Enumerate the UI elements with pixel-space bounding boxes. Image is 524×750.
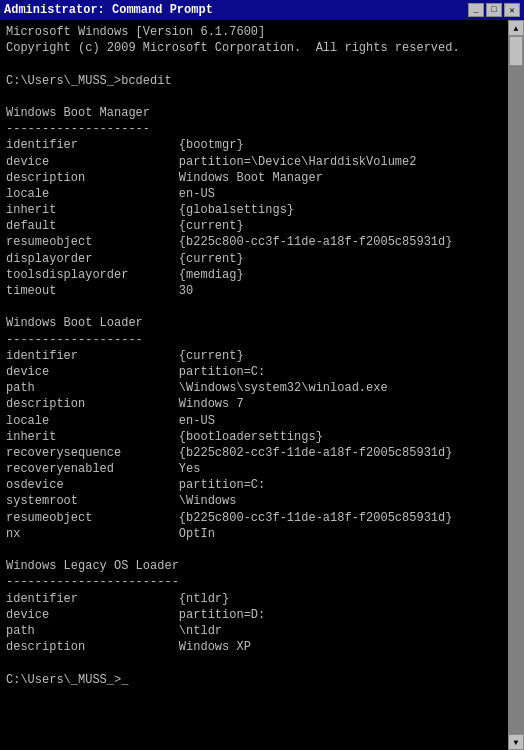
terminal-line: identifier {bootmgr} bbox=[6, 137, 518, 153]
window-title: Administrator: Command Prompt bbox=[4, 3, 213, 17]
terminal-line: toolsdisplayorder {memdiag} bbox=[6, 267, 518, 283]
terminal-line: locale en-US bbox=[6, 413, 518, 429]
terminal-line: device partition=\Device\HarddiskVolume2 bbox=[6, 154, 518, 170]
scrollbar-track[interactable] bbox=[508, 36, 524, 734]
terminal-line: description Windows XP bbox=[6, 639, 518, 655]
terminal-line: Microsoft Windows [Version 6.1.7600] bbox=[6, 24, 518, 40]
terminal-line: resumeobject {b225c800-cc3f-11de-a18f-f2… bbox=[6, 510, 518, 526]
terminal-line: locale en-US bbox=[6, 186, 518, 202]
terminal-line bbox=[6, 89, 518, 105]
terminal-line: identifier {current} bbox=[6, 348, 518, 364]
window-container: Administrator: Command Prompt _ □ ✕ Micr… bbox=[0, 0, 524, 750]
terminal-line: identifier {ntldr} bbox=[6, 591, 518, 607]
terminal-line bbox=[6, 542, 518, 558]
terminal-line: Windows Boot Loader bbox=[6, 315, 518, 331]
terminal-line: default {current} bbox=[6, 218, 518, 234]
terminal-line: recoveryenabled Yes bbox=[6, 461, 518, 477]
terminal-line: inherit {globalsettings} bbox=[6, 202, 518, 218]
scrollbar[interactable]: ▲ ▼ bbox=[508, 20, 524, 750]
title-bar: Administrator: Command Prompt _ □ ✕ bbox=[0, 0, 524, 20]
scroll-down-button[interactable]: ▼ bbox=[508, 734, 524, 750]
terminal-line: description Windows Boot Manager bbox=[6, 170, 518, 186]
scrollbar-thumb[interactable] bbox=[509, 36, 523, 66]
terminal-output: Microsoft Windows [Version 6.1.7600]Copy… bbox=[0, 20, 524, 750]
terminal-line: device partition=D: bbox=[6, 607, 518, 623]
terminal-line: timeout 30 bbox=[6, 283, 518, 299]
terminal-line: Windows Legacy OS Loader bbox=[6, 558, 518, 574]
minimize-button[interactable]: _ bbox=[468, 3, 484, 17]
terminal-line: C:\Users\_MUSS_>_ bbox=[6, 672, 518, 688]
terminal-line: path \Windows\system32\winload.exe bbox=[6, 380, 518, 396]
terminal-line: displayorder {current} bbox=[6, 251, 518, 267]
terminal-line bbox=[6, 56, 518, 72]
terminal-line: path \ntldr bbox=[6, 623, 518, 639]
terminal-line bbox=[6, 655, 518, 671]
terminal-line: systemroot \Windows bbox=[6, 493, 518, 509]
terminal-line: Copyright (c) 2009 Microsoft Corporation… bbox=[6, 40, 518, 56]
terminal-line: description Windows 7 bbox=[6, 396, 518, 412]
terminal-line: resumeobject {b225c800-cc3f-11de-a18f-f2… bbox=[6, 234, 518, 250]
terminal-line: inherit {bootloadersettings} bbox=[6, 429, 518, 445]
terminal-line: osdevice partition=C: bbox=[6, 477, 518, 493]
terminal-line: device partition=C: bbox=[6, 364, 518, 380]
terminal-line: ------------------- bbox=[6, 332, 518, 348]
scroll-up-button[interactable]: ▲ bbox=[508, 20, 524, 36]
maximize-button[interactable]: □ bbox=[486, 3, 502, 17]
window-controls: _ □ ✕ bbox=[468, 3, 520, 17]
terminal-line: nx OptIn bbox=[6, 526, 518, 542]
terminal-line: C:\Users\_MUSS_>bcdedit bbox=[6, 73, 518, 89]
close-button[interactable]: ✕ bbox=[504, 3, 520, 17]
terminal-line: recoverysequence {b225c802-cc3f-11de-a18… bbox=[6, 445, 518, 461]
terminal-line: Windows Boot Manager bbox=[6, 105, 518, 121]
terminal-line: ------------------------ bbox=[6, 574, 518, 590]
terminal-line: -------------------- bbox=[6, 121, 518, 137]
terminal-line bbox=[6, 299, 518, 315]
